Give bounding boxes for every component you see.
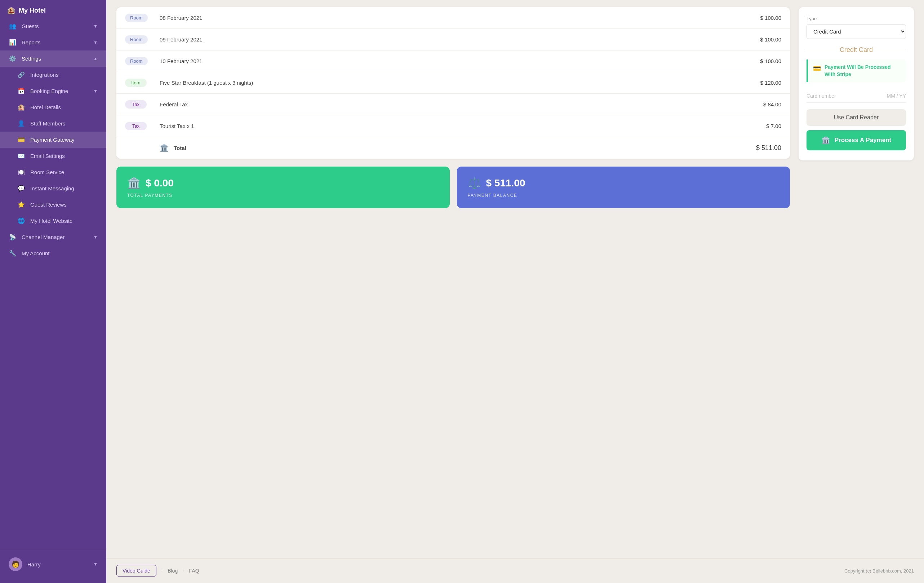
sidebar-hotel-name: 🏨 My Hotel [0,0,106,18]
sidebar-item-label: Instant Messaging [30,185,74,192]
row-description: 10 February 2021 [160,58,739,64]
sidebar-item-hotel-details[interactable]: 🏨 Hotel Details [0,99,106,116]
avatar: 🧑 [9,557,22,571]
payment-balance-amount: $ 511.00 [486,177,525,189]
sidebar-item-instant-messaging[interactable]: 💬 Instant Messaging [0,180,106,197]
sidebar-item-staff-members[interactable]: 👤 Staff Members [0,116,106,132]
table-row: Room 08 February 2021 $ 100.00 [116,7,790,29]
sidebar-item-room-service[interactable]: 🍽️ Room Service [0,164,106,180]
table-row: Room 10 February 2021 $ 100.00 [116,51,790,72]
copyright-text: Copyright (c) Bellebnb.com, 2021 [844,568,914,574]
badge-tax: Tax [125,100,147,109]
payment-type-select[interactable]: Credit Card Cash Bank Transfer [807,24,906,39]
sidebar-item-label: My Hotel Website [30,218,73,224]
badge-room: Room [125,57,148,65]
sidebar-item-channel-manager[interactable]: 📡 Channel Manager ▼ [0,229,106,245]
user-name: Harry [27,562,88,568]
total-payments-label: TOTAL PAYMENTS [127,193,439,198]
sidebar-item-label: Hotel Details [30,104,61,110]
total-icon: 🏛️ [160,144,169,152]
sidebar-item-guest-reviews[interactable]: ⭐ Guest Reviews [0,197,106,213]
user-profile[interactable]: 🧑 Harry ▼ [0,553,106,576]
right-panel: Type Credit Card Cash Bank Transfer Cred… [799,7,914,551]
table-row: Tax Federal Tax $ 84.00 [116,94,790,116]
booking-engine-icon: 📅 [17,88,25,94]
credit-card-title: Credit Card [807,46,906,54]
chevron-down-icon: ▼ [93,235,98,240]
sidebar-item-reports[interactable]: 📊 Reports ▼ [0,34,106,51]
chevron-down-icon: ▼ [93,40,98,45]
table-row: Item Five Star Breakfast (1 guest x 3 ni… [116,72,790,94]
channel-manager-icon: 📡 [9,234,16,241]
charges-table: Room 08 February 2021 $ 100.00 Room 09 F… [116,7,790,159]
messaging-icon: 💬 [17,185,25,192]
sidebar-item-payment-gateway[interactable]: 💳 Payment Gateway [0,132,106,148]
payment-balance-label: PAYMENT BALANCE [468,193,779,198]
sidebar-item-integrations[interactable]: 🔗 Integrations [0,67,106,83]
sidebar-item-label: Channel Manager [21,234,64,240]
row-description: Tourist Tax x 1 [160,123,739,129]
sidebar-item-label: Integrations [30,72,58,78]
payment-card: Type Credit Card Cash Bank Transfer Cred… [799,7,914,160]
row-description: 08 February 2021 [160,15,739,21]
footer: Video Guide · Blog · FAQ Copyright (c) B… [106,558,924,583]
room-service-icon: 🍽️ [17,169,25,175]
badge-item: Item [125,79,147,87]
row-description: 09 February 2021 [160,36,739,43]
sidebar-item-label: Staff Members [30,121,65,127]
row-amount: $ 7.00 [745,123,781,129]
stripe-text: Payment Will Be Processed With Stripe [825,64,901,78]
row-description: Federal Tax [160,101,739,107]
type-label: Type [807,16,906,21]
sidebar-item-label: Guest Reviews [30,201,67,208]
row-amount: $ 84.00 [745,101,781,107]
chevron-down-icon: ▼ [93,89,98,94]
badge-tax: Tax [125,122,147,130]
sidebar-item-label: Room Service [30,169,64,175]
sidebar-item-label: Booking Engine [30,88,68,94]
sidebar-item-label: Reports [21,39,41,45]
faq-link[interactable]: FAQ [189,568,199,574]
use-card-reader-button[interactable]: Use Card Reader [807,109,906,126]
sidebar-item-label: My Account [21,250,50,256]
card-inputs: Card number MM / YY [807,89,906,103]
sidebar-item-settings[interactable]: ⚙️ Settings ▲ [0,51,106,67]
video-guide-button[interactable]: Video Guide [116,565,157,576]
hotel-icon: 🏨 [7,7,15,15]
payment-icon: 💳 [17,136,25,143]
reviews-icon: ⭐ [17,201,25,208]
dot-separator: · [162,568,163,573]
payments-icon: 🏛️ [127,177,140,189]
sidebar-item-guests[interactable]: 👥 Guests ▼ [0,18,106,34]
chevron-up-icon: ▲ [93,56,98,61]
sidebar-item-my-account[interactable]: 🔧 My Account [0,245,106,261]
sidebar: 🏨 My Hotel 👥 Guests ▼ 📊 Reports ▼ ⚙️ Set… [0,0,106,583]
sidebar-item-label: Settings [21,56,41,62]
process-payment-button[interactable]: 🏛️ Process A Payment [807,130,906,150]
sidebar-item-label: Payment Gateway [30,137,74,143]
email-icon: ✉️ [17,152,25,159]
footer-links: Video Guide · Blog · FAQ [116,565,199,576]
sidebar-item-booking-engine[interactable]: 📅 Booking Engine ▼ [0,83,106,99]
payment-balance-card: ⚖️ $ 511.00 PAYMENT BALANCE [457,167,790,208]
avatar-emoji: 🧑 [12,560,20,568]
stripe-icon: 💳 [813,64,821,73]
badge-room: Room [125,35,148,44]
total-payments-amount: $ 0.00 [145,177,174,189]
balance-icon: ⚖️ [468,177,481,189]
sidebar-item-my-hotel-website[interactable]: 🌐 My Hotel Website [0,213,106,229]
main-content: Room 08 February 2021 $ 100.00 Room 09 F… [106,0,924,583]
row-amount: $ 100.00 [745,36,781,43]
guests-icon: 👥 [9,23,16,30]
blog-link[interactable]: Blog [168,568,178,574]
badge-room: Room [125,14,148,22]
total-payments-card: 🏛️ $ 0.00 TOTAL PAYMENTS [116,167,450,208]
row-amount: $ 100.00 [745,58,781,64]
sidebar-item-email-settings[interactable]: ✉️ Email Settings [0,148,106,164]
row-amount: $ 120.00 [745,80,781,86]
chevron-down-icon: ▼ [93,562,98,567]
card-expiry-placeholder: MM / YY [887,93,906,99]
staff-icon: 👤 [17,120,25,127]
left-panel: Room 08 February 2021 $ 100.00 Room 09 F… [116,7,790,551]
stripe-notice: 💳 Payment Will Be Processed With Stripe [807,59,906,82]
